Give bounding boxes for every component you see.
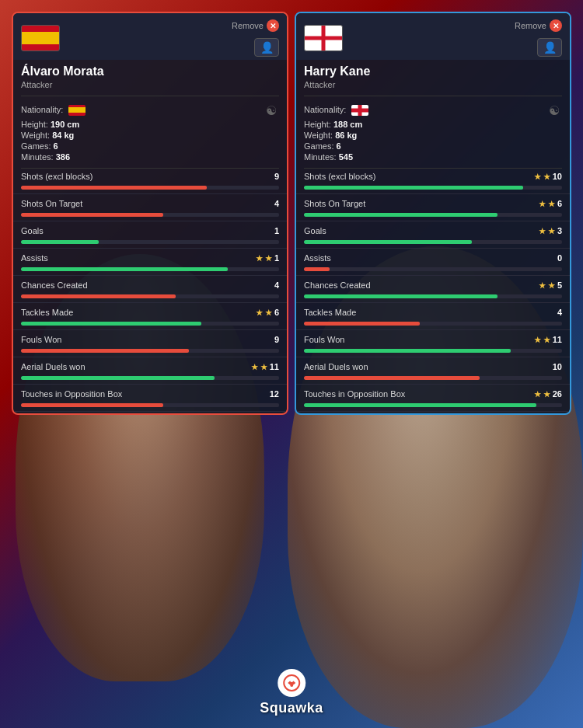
stat-value: ★ 11 [251,362,279,371]
stat-row-kane: Shots (excl blocks)★ 10 [296,169,570,184]
weight-morata: Weight: 84 kg [21,131,279,140]
stat-label: Aerial Duels won [21,362,251,371]
stat-value: 12 [260,389,279,399]
svg-point-2 [290,684,293,687]
squawka-svg [282,674,301,692]
flag-england [304,25,343,51]
yin-yang-kane[interactable]: ☯ [546,103,562,118]
stat-label: Assists [304,253,543,263]
svg-point-1 [290,679,293,682]
stat-label: Tackles Made [21,308,256,317]
stat-label: Goals [304,226,539,235]
stat-value: 4 [260,280,279,290]
stat-bar-fill [304,240,472,244]
stat-row-kane: Chances Created★ 5 [296,277,570,293]
player-position-kane: Attacker [296,80,570,96]
remove-morata-label: Remove [232,21,264,30]
stat-bar-container [21,294,279,298]
stat-label: Chances Created [21,280,260,290]
stat-bar-fill [21,376,215,380]
squawka-logo-text: Squawka [260,700,323,716]
yin-yang-morata[interactable]: ☯ [264,103,279,118]
stat-row-morata: Fouls Won9 [13,332,287,347]
stat-label: Touches in Opposition Box [21,389,260,399]
stat-value: ★ 10 [534,172,562,181]
stat-row-morata: Assists★ 1 [13,250,287,266]
player-name-kane: Harry Kane [296,60,570,80]
stat-block-kane-assists: Assists0 [296,250,570,276]
stat-block-kane-touches-in-opposition-box: Touches in Opposition Box★ 26 [296,386,570,412]
stat-label: Shots On Target [21,199,260,208]
stat-value: ★ 5 [539,280,562,290]
stat-label: Shots On Target [304,199,539,208]
stat-bar-fill [21,240,99,244]
stat-block-kane-fouls-won: Fouls Won★ 11 [296,332,570,357]
stat-block-kane-goals: Goals★ 3 [296,223,570,249]
stat-block-morata-touches-in-opposition-box: Touches in Opposition Box12 [13,386,287,412]
stat-label: Chances Created [304,280,539,290]
stats-morata: Shots (excl blocks)9Shots On Target4Goal… [13,169,287,412]
stat-bar-container [304,403,562,407]
stat-value: 9 [260,172,279,181]
nationality-label-morata: Nationality: [21,105,63,114]
stat-bar-fill [21,267,228,271]
stat-block-morata-shots-(excl-blocks): Shots (excl blocks)9 [13,169,287,194]
stat-row-morata: Aerial Duels won★ 11 [13,359,287,374]
stat-bar-fill [304,213,497,217]
stat-row-kane: Goals★ 3 [296,223,570,239]
stat-row-morata: Shots On Target4 [13,196,287,211]
stat-bar-fill [304,376,480,380]
logo-container: Squawka [260,669,323,716]
nationality-kane: Nationality: ☯ [304,103,562,118]
stat-label: Fouls Won [304,335,534,344]
stat-bar-fill [304,294,497,298]
stat-row-kane: Assists0 [296,250,570,266]
card-header-kane: Remove ✕ 👤 [296,13,570,60]
height-morata: Height: 190 cm [21,120,279,129]
stat-bar-container [304,186,562,190]
remove-kane-button[interactable]: Remove ✕ [515,19,562,32]
remove-morata-button[interactable]: Remove ✕ [232,19,279,32]
flag-spain [21,25,60,51]
stat-block-kane-aerial-duels-won: Aerial Duels won10 [296,359,570,385]
stat-row-kane: Fouls Won★ 11 [296,332,570,347]
stat-bar-container [304,322,562,326]
stat-bar-fill [304,186,523,190]
stat-value: ★ 6 [539,199,562,208]
height-kane: Height: 188 cm [304,120,562,129]
stat-value: 1 [260,226,279,235]
squawka-logo-icon [278,669,305,697]
stat-label: Tackles Made [304,308,543,317]
stat-value: ★ 26 [534,389,562,399]
stat-bar-container [21,376,279,380]
remove-kane-x[interactable]: ✕ [550,19,562,32]
stat-block-kane-shots-on-target: Shots On Target★ 6 [296,196,570,221]
stat-bar-container [21,186,279,190]
profile-icon-kane[interactable]: 👤 [537,38,562,57]
remove-morata-x[interactable]: ✕ [267,19,279,32]
inline-flag-spain [68,105,86,116]
stat-row-morata: Shots (excl blocks)9 [13,169,287,184]
stat-value: ★ 6 [256,308,279,317]
stat-bar-fill [21,294,176,298]
nationality-morata: Nationality: ☯ [21,103,279,118]
stat-bar-container [304,349,562,353]
stat-row-morata: Chances Created4 [13,277,287,293]
stat-label: Goals [21,226,260,235]
stat-row-morata: Tackles Made★ 6 [13,305,287,320]
stat-row-kane: Touches in Opposition Box★ 26 [296,386,570,402]
stat-bar-container [21,267,279,271]
stat-bar-fill [21,213,163,217]
profile-icon-morata[interactable]: 👤 [254,38,279,57]
stat-row-kane: Shots On Target★ 6 [296,196,570,211]
stat-block-morata-shots-on-target: Shots On Target4 [13,196,287,221]
stat-value: ★ 3 [539,226,562,235]
stat-label: Shots (excl blocks) [304,172,534,181]
stat-label: Assists [21,253,256,263]
bio-section-morata: Nationality: ☯ Height: 190 cm Weight: 84… [13,96,287,168]
stat-bar-container [21,403,279,407]
stat-label: Shots (excl blocks) [21,172,260,181]
stat-bar-container [304,240,562,244]
stat-value: ★ 11 [534,335,562,344]
inline-flag-england [351,105,368,116]
